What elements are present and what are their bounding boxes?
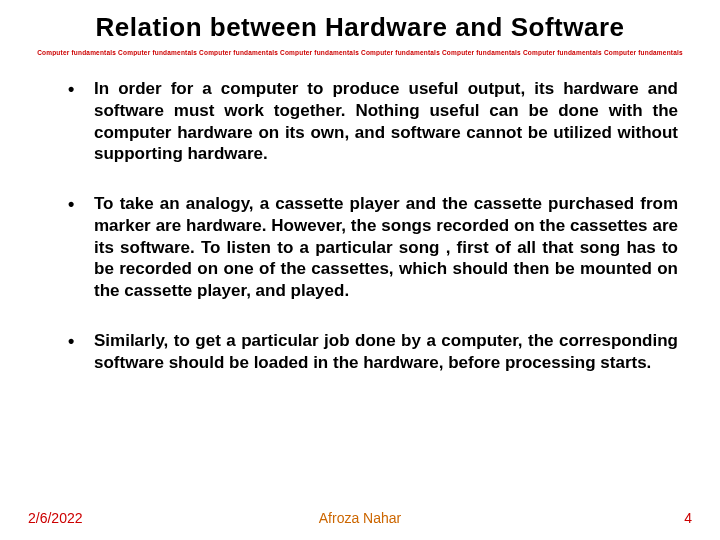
footer-date: 2/6/2022: [28, 510, 83, 526]
divider-text: Computer fundamentals Computer fundament…: [24, 49, 696, 56]
footer-page: 4: [684, 510, 692, 526]
bullet-list: In order for a computer to produce usefu…: [24, 78, 696, 373]
slide: Relation between Hardware and Software C…: [0, 0, 720, 540]
bullet-item: Similarly, to get a particular job done …: [54, 330, 678, 374]
bullet-item: In order for a computer to produce usefu…: [54, 78, 678, 165]
slide-title: Relation between Hardware and Software: [24, 12, 696, 43]
footer-author: Afroza Nahar: [319, 510, 401, 526]
footer: 2/6/2022 Afroza Nahar 4: [0, 510, 720, 526]
bullet-item: To take an analogy, a cassette player an…: [54, 193, 678, 302]
